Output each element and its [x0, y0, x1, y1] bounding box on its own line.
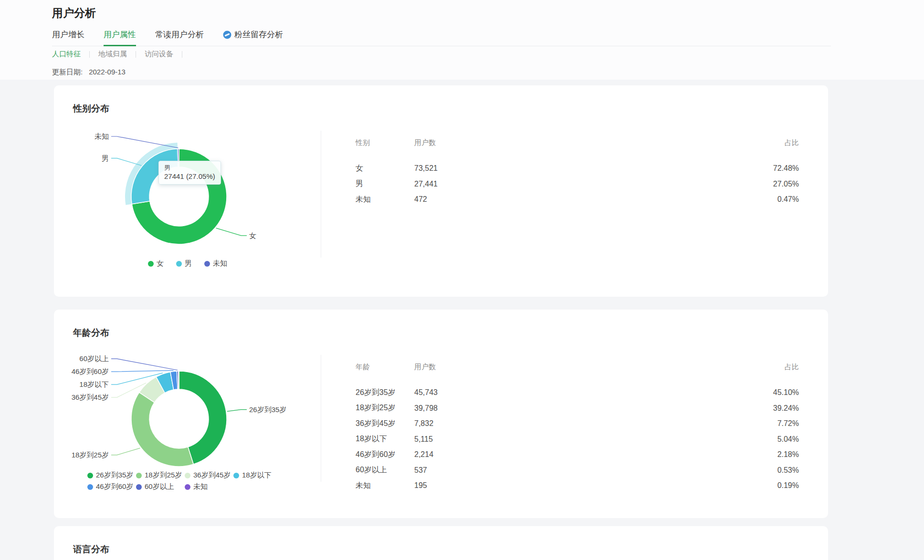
table-row: 未知4720.47% [356, 192, 799, 207]
subtab-region[interactable]: 地域归属 [98, 50, 127, 59]
column-header: 占比 [742, 138, 799, 147]
legend-label: 36岁到45岁 [193, 471, 231, 480]
table-header-row: 性别用户数占比 [356, 139, 799, 146]
main-tabs: 用户增长用户属性常读用户分析粉丝留存分析 [52, 30, 831, 46]
row-value: 195 [414, 481, 742, 490]
user-analysis-page: 用户分析 用户增长用户属性常读用户分析粉丝留存分析 人口特征地域归属访问设备 更… [0, 0, 924, 560]
legend-item[interactable]: 36岁到45岁 [185, 471, 233, 480]
legend-item[interactable]: 男 [176, 259, 192, 268]
legend-label: 18岁以下 [242, 471, 272, 480]
legend-item[interactable]: 未知 [204, 259, 227, 268]
row-label: 46岁到60岁 [356, 450, 414, 460]
row-value: 472 [414, 195, 742, 204]
row-label: 女 [356, 164, 414, 174]
card-divider [321, 131, 321, 258]
language-distribution-card: 语言分布 [54, 526, 828, 560]
donut-segment-6[interactable] [178, 371, 179, 389]
column-header: 年龄 [356, 363, 414, 372]
chart-label-line [216, 228, 247, 236]
update-date-value: 2022-09-13 [89, 68, 126, 76]
gender-legend: 女男未知 [63, 259, 313, 268]
legend-label: 46岁到60岁 [96, 482, 133, 491]
row-percent: 5.04% [742, 435, 799, 444]
row-percent: 45.10% [742, 388, 799, 397]
legend-dot [87, 473, 93, 478]
tab-user-attributes[interactable]: 用户属性 [104, 30, 136, 46]
legend-dot [148, 261, 154, 267]
fan-retention-badge-icon [223, 31, 231, 39]
row-value: 5,115 [414, 435, 742, 444]
chart-label: 36岁到45岁 [72, 393, 109, 401]
chart-label-line [111, 371, 173, 372]
chart-label-line [111, 136, 178, 148]
chart-label: 60岁以上 [79, 354, 109, 363]
age-legend: 26岁到35岁18岁到25岁36岁到45岁18岁以下46岁到60岁60岁以上未知 [87, 471, 293, 491]
table-row: 46岁到60岁2,2142.18% [356, 447, 799, 463]
card-divider [321, 355, 321, 482]
tab-fan-retention[interactable]: 粉丝留存分析 [223, 30, 283, 46]
column-header: 占比 [742, 363, 799, 372]
legend-dot [176, 261, 182, 267]
table-row: 36岁到45岁7,8327.72% [356, 416, 799, 432]
legend-dot [136, 484, 142, 490]
chart-label: 女 [249, 231, 256, 239]
subtab-separator [89, 51, 90, 58]
table-row: 18岁以下5,1155.04% [356, 432, 799, 447]
tab-frequent-readers[interactable]: 常读用户分析 [155, 30, 204, 46]
legend-item[interactable]: 18岁以下 [233, 471, 282, 480]
table-row: 26岁到35岁45,74345.10% [356, 385, 799, 401]
subtab-devices[interactable]: 访问设备 [145, 50, 173, 59]
legend-item[interactable]: 女 [148, 259, 164, 268]
table-row: 60岁以上5370.53% [356, 463, 799, 478]
chart-label: 26岁到35岁 [249, 405, 286, 414]
legend-label: 18岁到25岁 [145, 471, 182, 480]
page-header: 用户分析 用户增长用户属性常读用户分析粉丝留存分析 人口特征地域归属访问设备 更… [0, 0, 924, 80]
age-donut-chart: 26岁到35岁60岁以上46岁到60岁18岁以下36岁到45岁18岁到25岁 [54, 310, 325, 470]
legend-item[interactable]: 46岁到60岁 [87, 482, 136, 491]
chart-label-line [111, 359, 178, 370]
chart-label: 未知 [94, 132, 109, 140]
donut-segment-1[interactable] [131, 149, 178, 204]
row-value: 39,798 [414, 404, 742, 413]
chart-label: 18岁到25岁 [72, 451, 109, 459]
chart-label: 46岁到60岁 [72, 367, 109, 375]
legend-dot [204, 261, 210, 267]
tab-label: 常读用户分析 [155, 30, 204, 40]
row-value: 45,743 [414, 388, 742, 397]
legend-dot [233, 473, 239, 478]
gender-distribution-card: 性别分布 女未知男 男 27441 (27.05%) 女男未知 性别用户数占比女… [54, 85, 828, 297]
age-distribution-card: 年龄分布 26岁到35岁60岁以上46岁到60岁18岁以下36岁到45岁18岁到… [54, 310, 828, 518]
subtab-demographics[interactable]: 人口特征 [52, 50, 81, 59]
chart-label: 18岁以下 [79, 380, 109, 388]
legend-item[interactable]: 26岁到35岁 [87, 471, 136, 480]
tab-user-growth[interactable]: 用户增长 [52, 30, 84, 46]
row-value: 2,214 [414, 450, 742, 459]
table-header-row: 年龄用户数占比 [356, 363, 799, 371]
column-header: 用户数 [414, 138, 742, 147]
legend-label: 26岁到35岁 [96, 471, 133, 480]
legend-label: 未知 [193, 482, 208, 491]
donut-segment-2[interactable] [178, 149, 179, 167]
update-date-row: 更新日期:2022-09-13 [52, 68, 126, 77]
legend-label: 未知 [213, 259, 227, 268]
legend-item[interactable]: 60岁以上 [136, 482, 185, 491]
row-value: 537 [414, 466, 742, 475]
legend-item[interactable]: 18岁到25岁 [136, 471, 185, 480]
row-percent: 7.72% [742, 419, 799, 428]
tab-label: 用户属性 [104, 30, 136, 40]
chart-label: 男 [102, 154, 109, 162]
subtab-separator [182, 51, 182, 58]
column-header: 性别 [356, 138, 414, 147]
legend-label: 男 [185, 259, 192, 268]
table-row: 男27,44127.05% [356, 176, 799, 192]
sub-tabs: 人口特征地域归属访问设备 [52, 50, 191, 59]
subtab-separator [136, 51, 136, 58]
row-value: 73,521 [414, 164, 742, 173]
table-row: 未知1950.19% [356, 478, 799, 494]
update-date-label: 更新日期: [52, 68, 83, 76]
legend-item[interactable]: 未知 [185, 482, 233, 491]
donut-segment-1[interactable] [131, 393, 193, 467]
row-label: 36岁到45岁 [356, 419, 414, 429]
row-label: 60岁以上 [356, 465, 414, 475]
tab-label: 粉丝留存分析 [234, 30, 283, 40]
